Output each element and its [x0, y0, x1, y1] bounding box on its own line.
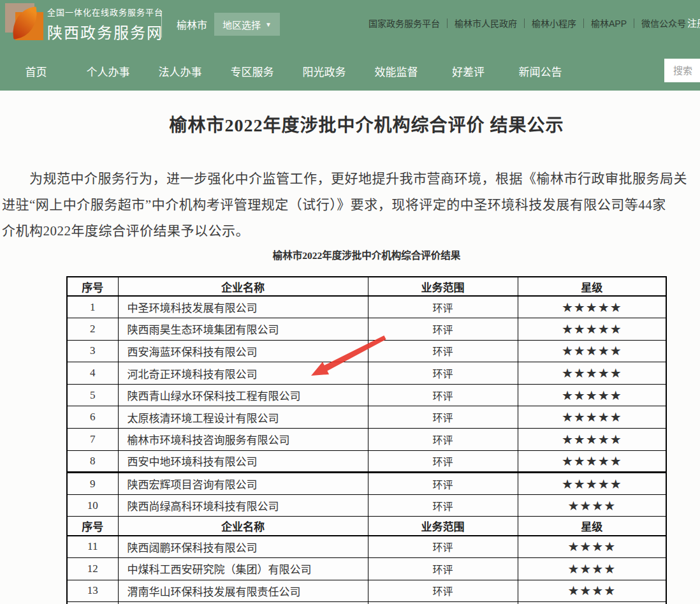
table-row: 6太原核清环境工程设计有限公司环评★★★★★ [67, 406, 666, 429]
cell-business-scope: 环评 [368, 362, 518, 385]
cell-company-name: 河北奇正环境科技有限公司 [118, 362, 368, 385]
cell-star-rating: ★★★★ [518, 580, 666, 602]
brand: 全国一体化在线政务服务平台 陕西政务服务网 [47, 6, 163, 43]
page: 全国一体化在线政务服务平台 陕西政务服务网 榆林市 地区选择 ▼ 国家政务服务平… [0, 0, 700, 604]
column-header: 企业名称 [118, 517, 368, 536]
cell-star-rating: ★★★★ [518, 558, 666, 580]
nav-item[interactable]: 个人办事 [72, 54, 144, 91]
link-separator [447, 18, 448, 28]
paragraph-line: 为规范中介服务行为，进一步强化中介监管工作，更好地提升我市营商环境，根据《榆林市… [2, 166, 700, 192]
link-separator [634, 18, 634, 28]
current-city-label: 榆林市 [177, 17, 207, 32]
nav-item[interactable]: 效能监督 [360, 54, 432, 91]
cell-business-scope: 环评 [368, 580, 518, 602]
browser-viewport: 全国一体化在线政务服务平台 陕西政务服务网 榆林市 地区选择 ▼ 国家政务服务平… [0, 0, 700, 604]
cell-company-name: 太原核清环境工程设计有限公司 [118, 406, 368, 429]
header-link[interactable]: 国家政务服务平台 [368, 17, 440, 29]
cell-company-name: 中煤科工西安研究院（集团）有限公司 [118, 558, 368, 580]
main-nav: 首页个人办事法人办事专区服务阳光政务效能监督好差评新闻公告 [0, 54, 700, 91]
cell-business-scope: 环评 [368, 406, 518, 429]
cell-serial: 7 [67, 429, 118, 451]
nav-item[interactable]: 新闻公告 [504, 54, 576, 91]
cell-company-name: 西安中地环境科技有限公司 [118, 450, 368, 473]
cell-serial: 2 [67, 318, 118, 341]
nav-item[interactable]: 法人办事 [144, 54, 216, 91]
header-link[interactable]: 榆林小程序 [532, 17, 576, 29]
column-header: 序号 [67, 277, 118, 296]
cell-serial: 3 [67, 340, 118, 362]
column-header: 业务范围 [368, 517, 518, 536]
cell-business-scope: 环评 [368, 384, 518, 406]
cell-company-name: 西安海蓝环保科技有限公司 [118, 340, 368, 362]
table-row: 10陕西尚绿高科环境科技有限公司环评★★★★ [67, 494, 666, 517]
region-selector-label: 地区选择 [222, 18, 261, 31]
search-input[interactable] [664, 59, 700, 82]
header-links: 国家政务服务平台榆林市人民政府榆林小程序榆林APP微信公众号 [368, 17, 686, 29]
header-link[interactable]: 榆林市人民政府 [455, 17, 517, 29]
cell-star-rating: ★★★★ [518, 536, 666, 558]
table-row: 12中煤科工西安研究院（集团）有限公司环评★★★★ [67, 558, 666, 580]
cell-business-scope: 环评 [368, 536, 518, 558]
cell-star-rating: ★★★★★ [518, 429, 666, 451]
register-link[interactable]: 注册 [687, 16, 700, 29]
table-header-row: 序号企业名称业务范围星级 [67, 277, 666, 296]
cell-company-name: 陕西宏辉项目咨询有限公司 [118, 473, 368, 495]
cell-serial: 8 [67, 450, 118, 473]
caret-down-icon: ▼ [265, 21, 272, 28]
table-caption: 榆林市2022年度涉批中介机构综合评价结果 [0, 249, 700, 262]
table-row: 2陕西雨昊生态环境集团有限公司环评★★★★★ [67, 318, 666, 341]
paragraph-line: 介机构2022年度综合评价结果予以公示。 [2, 218, 700, 244]
eval-table-body: 序号企业名称业务范围星级1中圣环境科技发展有限公司环评★★★★★2陕西雨昊生态环… [67, 277, 666, 604]
table-row: 5陕西青山绿水环保科技工程有限公司环评★★★★★ [67, 384, 666, 406]
table-row: 4河北奇正环境科技有限公司环评★★★★★ [67, 362, 666, 385]
nav-item[interactable]: 阳光政务 [288, 54, 360, 91]
paragraph-line: 进驻“网上中介服务超市”中介机构考评管理规定（试行）》要求，现将评定的中圣环境科… [2, 192, 700, 218]
column-header: 企业名称 [118, 277, 368, 296]
main-nav-items: 首页个人办事法人办事专区服务阳光政务效能监督好差评新闻公告 [0, 54, 576, 91]
cell-serial: 1 [67, 296, 118, 318]
table-row: 1中圣环境科技发展有限公司环评★★★★★ [67, 296, 666, 318]
table-row: 13渭南华山环保科技发展有限责任公司环评★★★★ [67, 580, 666, 602]
cell-star-rating: ★★★★★ [518, 406, 666, 429]
header-link[interactable]: 微信公众号 [641, 17, 686, 29]
cell-star-rating: ★★★★★ [518, 450, 666, 473]
cell-serial: 9 [67, 473, 118, 495]
cell-star-rating: ★★★★★ [518, 296, 666, 318]
site-logo-icon [5, 3, 42, 40]
cell-company-name: 陕西尚绿高科环境科技有限公司 [118, 494, 368, 517]
table-row: 3西安海蓝环保科技有限公司环评★★★★★ [67, 340, 666, 362]
header-link[interactable]: 榆林APP [591, 17, 627, 29]
cell-serial: 6 [67, 406, 118, 429]
site-title: 陕西政务服务网 [47, 20, 163, 43]
cell-company-name: 陕西青山绿水环保科技工程有限公司 [118, 384, 368, 406]
cell-serial: 13 [67, 580, 118, 602]
cell-star-rating: ★★★★★ [518, 384, 666, 406]
cell-serial: 11 [67, 536, 118, 558]
table-row: 9陕西宏辉项目咨询有限公司环评★★★★★ [67, 473, 666, 495]
cell-business-scope: 环评 [368, 558, 518, 580]
table-row: 11陕西阔鹏环保科技有限公司环评★★★★ [67, 536, 666, 558]
cell-company-name: 中圣环境科技发展有限公司 [118, 296, 368, 318]
cell-business-scope: 环评 [368, 296, 518, 318]
cell-star-rating: ★★★★★ [518, 473, 666, 495]
evaluation-table: 序号企业名称业务范围星级1中圣环境科技发展有限公司环评★★★★★2陕西雨昊生态环… [66, 276, 667, 604]
platform-tagline: 全国一体化在线政务服务平台 [47, 6, 163, 18]
column-header: 星级 [518, 277, 666, 296]
nav-item[interactable]: 专区服务 [216, 54, 288, 91]
cell-business-scope: 环评 [368, 429, 518, 451]
cell-business-scope: 环评 [368, 340, 518, 362]
link-separator [524, 18, 525, 28]
nav-item[interactable]: 首页 [0, 54, 72, 91]
table-header-row: 序号企业名称业务范围星级 [67, 517, 666, 536]
cell-serial: 10 [67, 494, 118, 517]
table-row: 8西安中地环境科技有限公司环评★★★★★ [67, 450, 666, 473]
cell-serial: 4 [67, 362, 118, 385]
column-header: 星级 [518, 517, 666, 536]
nav-item[interactable]: 好差评 [432, 54, 504, 91]
cell-company-name: 渭南华山环保科技发展有限责任公司 [118, 580, 368, 602]
region-selector-button[interactable]: 地区选择 ▼ [214, 13, 280, 36]
cell-business-scope: 环评 [368, 494, 518, 517]
column-header: 序号 [67, 517, 118, 536]
cell-company-name: 陕西雨昊生态环境集团有限公司 [118, 318, 368, 341]
announcement-paragraph: 为规范中介服务行为，进一步强化中介监管工作，更好地提升我市营商环境，根据《榆林市… [0, 166, 700, 244]
